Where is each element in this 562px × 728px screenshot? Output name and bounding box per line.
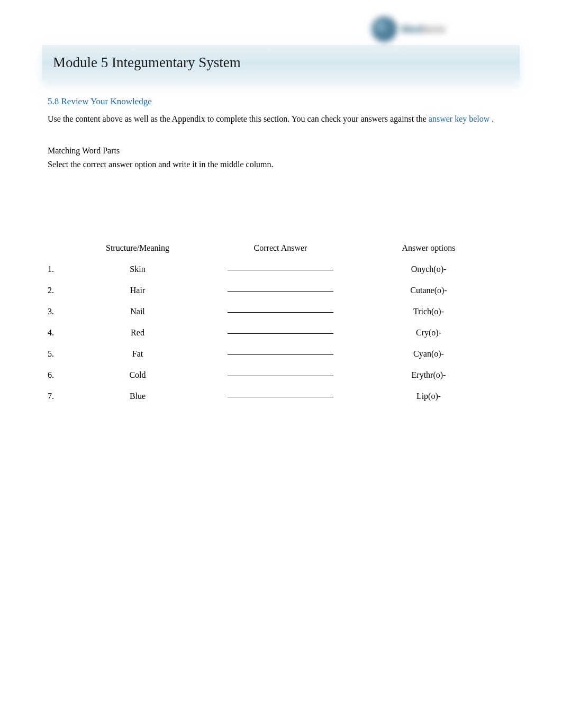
blank-line (228, 312, 333, 313)
blank-line (228, 270, 333, 270)
section-heading: 5.8 Review Your Knowledge (48, 96, 514, 107)
header-options: Answer options (355, 243, 503, 253)
row-answer-blank[interactable] (206, 370, 355, 380)
answer-key-link[interactable]: answer key below (429, 114, 490, 123)
row-structure: Red (69, 328, 206, 338)
row-answer-blank[interactable] (206, 328, 355, 338)
section-instructions: Use the content above as well as the App… (48, 113, 514, 125)
blank-line (228, 376, 333, 376)
table-row: 7.BlueLip(o)- (48, 392, 514, 401)
row-answer-blank[interactable] (206, 307, 355, 316)
row-answer-blank[interactable] (206, 286, 355, 295)
blank-line (228, 397, 333, 397)
header-correct: Correct Answer (206, 243, 355, 253)
matching-instructions: Select the correct answer option and wri… (48, 160, 514, 169)
logo: Medterm (371, 16, 461, 42)
table-row: 4.RedCry(o)- (48, 328, 514, 338)
row-answer-blank[interactable] (206, 392, 355, 401)
row-structure: Blue (69, 392, 206, 401)
instructions-prefix: Use the content above as well as the App… (48, 114, 429, 123)
instructions-suffix: . (490, 114, 494, 123)
page-container: Medterm Module 5 Integumentary System 5.… (0, 0, 562, 401)
row-option: Lip(o)- (355, 392, 503, 401)
row-option: Onych(o)- (355, 265, 503, 274)
table-row: 6.ColdErythr(o)- (48, 370, 514, 380)
row-structure: Nail (69, 307, 206, 316)
blank-line (228, 354, 333, 355)
blank-line (228, 333, 333, 334)
row-number: 6. (48, 370, 69, 380)
row-structure: Skin (69, 265, 206, 274)
row-number: 3. (48, 307, 69, 316)
header-num (48, 243, 69, 253)
content-area: 5.8 Review Your Knowledge Use the conten… (0, 80, 562, 401)
row-structure: Fat (69, 349, 206, 359)
row-option: Cutane(o)- (355, 286, 503, 295)
table-row: 1.SkinOnych(o)- (48, 265, 514, 274)
logo-icon (371, 16, 397, 42)
row-answer-blank[interactable] (206, 349, 355, 359)
blank-line (228, 291, 333, 292)
table-row: 5.FatCyan(o)- (48, 349, 514, 359)
row-option: Erythr(o)- (355, 370, 503, 380)
matching-table: Structure/Meaning Correct Answer Answer … (48, 243, 514, 401)
table-header-row: Structure/Meaning Correct Answer Answer … (48, 243, 514, 253)
row-number: 7. (48, 392, 69, 401)
row-option: Cyan(o)- (355, 349, 503, 359)
row-number: 1. (48, 265, 69, 274)
matching-title: Matching Word Parts (48, 146, 514, 156)
row-option: Cry(o)- (355, 328, 503, 338)
row-number: 4. (48, 328, 69, 338)
row-number: 2. (48, 286, 69, 295)
module-title: Module 5 Integumentary System (53, 54, 509, 71)
row-option: Trich(o)- (355, 307, 503, 316)
logo-text: Medterm (401, 23, 445, 35)
row-structure: Hair (69, 286, 206, 295)
row-number: 5. (48, 349, 69, 359)
table-row: 3.NailTrich(o)- (48, 307, 514, 316)
module-title-bar: Module 5 Integumentary System (42, 45, 520, 80)
row-answer-blank[interactable] (206, 265, 355, 274)
header-structure: Structure/Meaning (69, 243, 206, 253)
table-row: 2.HairCutane(o)- (48, 286, 514, 295)
row-structure: Cold (69, 370, 206, 380)
